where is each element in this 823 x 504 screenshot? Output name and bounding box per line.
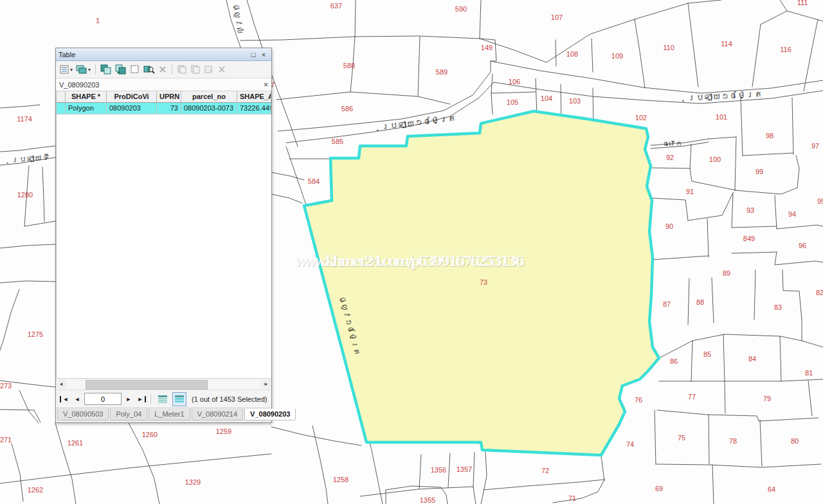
- parcel-label: 86: [670, 357, 678, 365]
- parcel-label: 109: [611, 52, 623, 60]
- zoom-to-selected-icon[interactable]: [143, 62, 156, 76]
- grid-header-row: SHAPE * ProDiCoVi UPRN parcel_no SHAPE_A…: [57, 91, 271, 103]
- parcel-label: 584: [308, 177, 320, 185]
- parcel-boundary: [735, 137, 736, 190]
- parcel-boundary: [473, 487, 476, 504]
- parcel-label: 76: [635, 396, 642, 404]
- parcel-boundary: [712, 465, 714, 504]
- parcel-boundary: [418, 37, 420, 96]
- parcel-boundary: [777, 225, 823, 229]
- parcel-label: 78: [729, 437, 737, 445]
- parcel-boundary: [782, 270, 802, 320]
- parcel-boundary: [0, 454, 271, 483]
- maximize-icon[interactable]: □: [248, 50, 258, 60]
- sheet-tab-l-meter1[interactable]: L_Meter1: [149, 409, 190, 420]
- parcel-label: 105: [507, 98, 518, 106]
- parcel-label: 108: [566, 50, 578, 58]
- parcel-label: 589: [436, 68, 448, 76]
- parcel-boundary: [556, 40, 556, 66]
- row-selector[interactable]: [57, 103, 66, 114]
- parcel-boundary: [484, 480, 604, 490]
- select-by-attributes-icon[interactable]: [100, 62, 113, 76]
- cell-shape[interactable]: Polygon: [66, 103, 107, 114]
- parcel-label: 590: [455, 5, 467, 13]
- parcel-label: 588: [343, 62, 355, 69]
- parcel-label: 95: [817, 197, 823, 205]
- switch-selection-icon[interactable]: [114, 62, 127, 76]
- parcel-boundary: [657, 410, 818, 421]
- sheet-tab-v-08090203[interactable]: V_08090203: [244, 409, 296, 420]
- parcel-boundary: [775, 252, 823, 265]
- first-record-icon[interactable]: ◄: [60, 396, 70, 402]
- parcel-boundary: [655, 410, 656, 464]
- parcel-boundary: [355, 36, 480, 39]
- parcel-label: 1260: [142, 431, 158, 438]
- parcel-label: 1275: [28, 330, 43, 338]
- column-header[interactable]: SHAPE_Ar: [237, 91, 271, 103]
- parcel-boundary: [735, 188, 797, 194]
- sheet-tab-poly-04[interactable]: Poly_04: [110, 409, 147, 420]
- parcel-label: 71: [568, 494, 576, 502]
- parcel-boundary: [448, 453, 450, 487]
- record-number-input[interactable]: [84, 393, 122, 405]
- cell-shape-area[interactable]: 73226.449: [237, 103, 271, 114]
- cell-uprn[interactable]: 73: [157, 103, 181, 114]
- parcel-boundary: [688, 193, 733, 221]
- parcel-boundary: [808, 381, 812, 416]
- sheet-tab-v-08090503[interactable]: V_08090503: [57, 409, 109, 420]
- parcel-boundary: [780, 336, 781, 381]
- parcel-boundary: [0, 289, 19, 350]
- column-header[interactable]: UPRN: [157, 91, 181, 103]
- horizontal-scrollbar[interactable]: ◄ ►: [56, 378, 271, 390]
- parcel-boundary: [0, 244, 55, 248]
- delete-selected-icon[interactable]: [158, 62, 168, 76]
- parcel-label: 94: [788, 210, 796, 218]
- parcel-label: 1357: [457, 465, 472, 473]
- related-tables-icon[interactable]: ▾: [75, 62, 91, 76]
- parcel-label: 1258: [333, 476, 348, 483]
- scrollbar-thumb[interactable]: [86, 380, 208, 390]
- column-header[interactable]: SHAPE *: [66, 91, 107, 103]
- parcel-label: 637: [330, 2, 342, 10]
- table-window-titlebar[interactable]: Table □ ×: [56, 48, 271, 61]
- table-row[interactable]: Polygon 08090203 73 08090203-0073 73226.…: [57, 103, 271, 114]
- road-label: ផ្លូវលំ: [231, 3, 245, 35]
- layer-close-icon[interactable]: ×: [264, 80, 268, 89]
- parcel-boundary: [480, 0, 481, 39]
- parcel-label: 79: [763, 395, 771, 402]
- parcel-label: 149: [481, 44, 493, 51]
- table-options-icon[interactable]: ▾: [59, 62, 73, 76]
- parcel-boundary: [752, 24, 761, 87]
- close-icon[interactable]: ×: [258, 50, 269, 60]
- sheet-tab-v-08090214[interactable]: V_08090214: [192, 409, 243, 420]
- scroll-left-icon[interactable]: ◄: [56, 381, 66, 387]
- cell-parcel-no[interactable]: 08090203-0073: [181, 103, 237, 114]
- parcel-label: 99: [755, 168, 763, 176]
- parcel-boundary: [480, 0, 721, 62]
- next-record-icon[interactable]: ►: [124, 396, 133, 402]
- paste-disabled-icon: [190, 62, 201, 76]
- parcel-label: 1: [96, 17, 100, 24]
- show-selected-records-icon[interactable]: [172, 392, 186, 406]
- parcel-label: 80: [791, 437, 799, 445]
- column-header[interactable]: ProDiCoVi: [107, 91, 157, 103]
- parcel-label: 73: [480, 278, 487, 286]
- parcel-label: 104: [541, 94, 552, 102]
- parcel-boundary: [473, 453, 475, 487]
- parcel-label: 89: [723, 269, 730, 277]
- parcel-label: 98: [766, 132, 773, 140]
- attribute-grid[interactable]: SHAPE * ProDiCoVi UPRN parcel_no SHAPE_A…: [56, 91, 271, 378]
- show-all-records-icon[interactable]: [156, 392, 170, 406]
- cell-prodicovi[interactable]: 08090203: [107, 103, 157, 114]
- parcel-boundary: [659, 379, 823, 381]
- parcel-label: 93: [746, 206, 754, 214]
- clear-selection-icon[interactable]: [129, 62, 141, 76]
- previous-record-icon[interactable]: ◄: [73, 396, 82, 402]
- parcel-label: 100: [709, 156, 721, 163]
- scroll-right-icon[interactable]: ►: [261, 381, 271, 387]
- parcel-boundary: [240, 37, 355, 40]
- parcel-boundary: [481, 452, 487, 504]
- attribute-table-window[interactable]: Table □ × ▾ ▾: [55, 48, 272, 423]
- last-record-icon[interactable]: ►: [136, 396, 146, 402]
- column-header[interactable]: parcel_no: [181, 91, 237, 103]
